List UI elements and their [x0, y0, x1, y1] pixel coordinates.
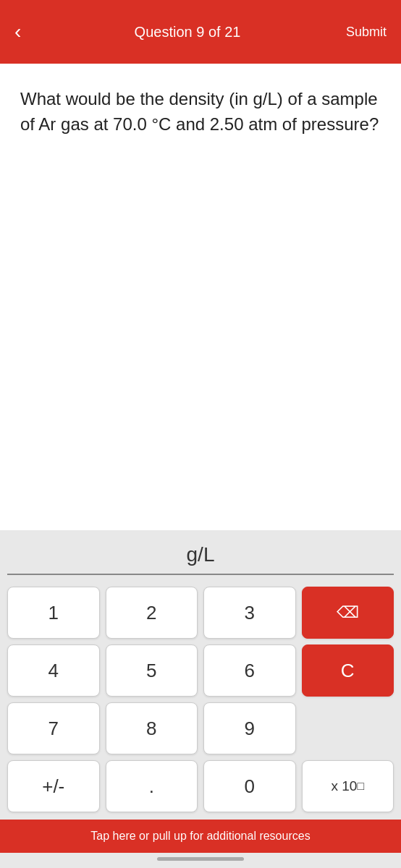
question-area: What would be the density (in g/L) of a … — [0, 64, 401, 530]
key-0[interactable]: 0 — [203, 760, 296, 812]
key-decimal[interactable]: . — [106, 760, 198, 812]
key-7[interactable]: 7 — [7, 702, 100, 754]
key-clear[interactable]: C — [302, 644, 394, 697]
key-x100[interactable]: x 10□ — [302, 760, 394, 812]
back-button[interactable]: ‹ — [14, 20, 46, 43]
keypad: 1 2 3 ⌫ 4 5 6 C 7 8 9 +/- . 0 x 10□ — [0, 575, 401, 820]
answer-unit-label: g/L — [187, 543, 215, 566]
key-delete[interactable]: ⌫ — [302, 587, 394, 639]
key-2[interactable]: 2 — [106, 587, 198, 639]
question-text: What would be the density (in g/L) of a … — [20, 87, 381, 137]
question-progress: Question 9 of 21 — [46, 24, 329, 41]
key-sign[interactable]: +/- — [7, 760, 100, 812]
delete-icon: ⌫ — [337, 603, 359, 622]
bottom-handle — [0, 853, 401, 868]
key-3[interactable]: 3 — [203, 587, 296, 639]
app-header: ‹ Question 9 of 21 Submit — [0, 0, 401, 64]
resources-footer[interactable]: Tap here or pull up for additional resou… — [0, 820, 401, 853]
calculator-area: g/L 1 2 3 ⌫ 4 5 6 C 7 8 9 +/- . 0 x 10□ — [0, 530, 401, 820]
key-9[interactable]: 9 — [203, 702, 296, 754]
key-6[interactable]: 6 — [203, 644, 296, 697]
key-1[interactable]: 1 — [7, 587, 100, 639]
key-5[interactable]: 5 — [106, 644, 198, 697]
key-8[interactable]: 8 — [106, 702, 198, 754]
key-4[interactable]: 4 — [7, 644, 100, 697]
key-empty-1 — [302, 702, 394, 754]
answer-display: g/L — [7, 530, 394, 575]
bottom-pill — [157, 857, 244, 861]
submit-button[interactable]: Submit — [329, 25, 387, 40]
